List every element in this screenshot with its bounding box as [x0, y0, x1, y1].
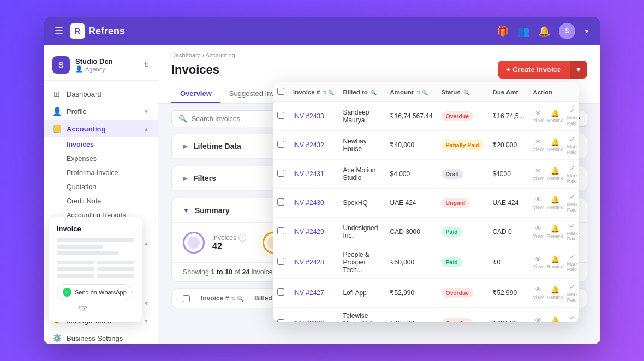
row-actions-4: 👁View 🔔Remind ✓Mark Paid ··· — [528, 218, 579, 246]
row-checkbox-3[interactable] — [277, 198, 284, 206]
view-btn-1[interactable]: 👁View — [533, 138, 543, 152]
row-due-5: ₹0 — [488, 246, 528, 279]
sidebar-label-dashboard: Dashboard — [67, 90, 149, 98]
summary-title: Summary — [195, 206, 230, 215]
subnav-invoices[interactable]: Invoices — [67, 137, 158, 152]
mark-paid-btn-5[interactable]: ✓Mark Paid — [567, 252, 578, 272]
account-chevron-icon[interactable]: ▼ — [584, 28, 589, 34]
subnav-proforma[interactable]: Proforma Invoice — [67, 166, 158, 180]
mark-paid-btn-3[interactable]: ✓Mark Paid — [567, 193, 578, 213]
mark-paid-btn-1[interactable]: ✓Mark Paid — [567, 135, 578, 155]
row-checkbox-1[interactable] — [277, 141, 284, 148]
row-billed-3: SpexHQ — [338, 189, 385, 218]
th-status[interactable]: Status 🔍 — [437, 82, 488, 102]
row-due-3: UAE 424 — [488, 189, 528, 218]
table-select-all[interactable] — [277, 88, 284, 95]
manage-team-chevron-icon: ▼ — [144, 318, 149, 324]
sidebar-label-profile: Profile — [67, 107, 138, 116]
remind-btn-0[interactable]: 🔔Remind — [547, 109, 564, 123]
th-amount[interactable]: Amount ⇅🔍 — [385, 82, 437, 102]
sidebar-item-business-settings[interactable]: ⚙️ Business Settings — [44, 329, 158, 344]
send-whatsapp-button[interactable]: ✓ Send on WhatsApp — [57, 284, 133, 300]
row-due-6: ₹52,990 — [488, 279, 528, 308]
filters-arrow-icon: ▶ — [183, 175, 188, 182]
row-checkbox-7[interactable] — [277, 319, 284, 322]
remind-btn-6[interactable]: 🔔Remind — [547, 286, 564, 300]
view-btn-5[interactable]: 👁View — [533, 255, 543, 269]
row-status-1: Patially Paid — [437, 131, 488, 160]
row-actions-6: 👁View 🔔Remind ✓Mark Paid ··· — [528, 279, 579, 308]
workspace-switcher[interactable]: S Studio Den 👤 Agency ⇅ — [44, 52, 158, 81]
view-btn-6[interactable]: 👁View — [533, 286, 543, 300]
cursor-icon: ☞ — [79, 303, 134, 315]
row-status-5: Paid — [437, 246, 488, 279]
lifetime-arrow-icon: ▶ — [183, 142, 188, 150]
remind-btn-7[interactable]: 🔔Remind — [547, 316, 564, 322]
row-inv-6: INV #2427 — [289, 279, 338, 308]
breadcrumb-current: Accounting — [205, 52, 235, 58]
view-btn-4[interactable]: 👁View — [533, 225, 543, 239]
th-invoice[interactable]: Invoice # ⇅🔍 — [289, 82, 338, 102]
row-checkbox-4[interactable] — [277, 227, 284, 234]
th-billed[interactable]: Billed to 🔍 — [338, 82, 385, 102]
table-scroll[interactable]: Invoice # ⇅🔍 Billed to 🔍 Amount ⇅🔍 Statu… — [273, 82, 579, 322]
breadcrumb-dashboard[interactable]: Dashboard — [171, 52, 201, 58]
workspace-expand-icon: ⇅ — [144, 61, 149, 69]
mark-paid-btn-0[interactable]: ✓Mark Paid — [567, 106, 578, 126]
remind-btn-4[interactable]: 🔔Remind — [547, 225, 564, 239]
view-btn-2[interactable]: 👁View — [533, 167, 543, 181]
summary-invoices: Invoices i 42 — [183, 232, 246, 254]
row-inv-0: INV #2433 — [289, 102, 338, 131]
row-checkbox-5[interactable] — [277, 258, 284, 265]
mark-paid-btn-4[interactable]: ✓Mark Paid — [567, 222, 578, 242]
row-inv-3: INV #2430 — [289, 189, 338, 218]
dashboard-icon: ⊞ — [52, 89, 61, 98]
workspace-type: 👤 Agency — [75, 65, 138, 73]
menu-icon[interactable]: ☰ — [55, 25, 63, 37]
select-all-checkbox[interactable] — [183, 295, 190, 302]
remind-btn-2[interactable]: 🔔Remind — [547, 167, 564, 181]
remind-btn-5[interactable]: 🔔Remind — [547, 255, 564, 269]
tab-overview[interactable]: Overview — [171, 85, 220, 103]
row-checkbox-cell — [273, 279, 289, 308]
sidebar-item-dashboard[interactable]: ⊞ Dashboard — [44, 85, 158, 103]
workspace-info: Studio Den 👤 Agency — [75, 57, 138, 73]
mark-paid-btn-6[interactable]: ✓Mark Paid — [567, 283, 578, 303]
top-bar-icons: 🎁 👥 🔔 S ▼ — [497, 23, 589, 39]
sidebar-item-profile[interactable]: 👤 Profile ▼ — [44, 103, 158, 120]
subnav-expenses[interactable]: Expenses — [67, 152, 158, 166]
search-input[interactable] — [192, 115, 284, 123]
avatar[interactable]: S — [559, 23, 575, 39]
view-btn-0[interactable]: 👁View — [533, 109, 543, 123]
row-billed-1: Newbay House — [338, 131, 385, 160]
row-actions-0: 👁View 🔔Remind ✓Mark Paid ··· — [528, 102, 579, 131]
mark-paid-btn-2[interactable]: ✓Mark Paid — [567, 164, 578, 184]
row-actions-7: 👁View 🔔Remind ✓Mark Paid ··· — [528, 308, 579, 323]
view-btn-3[interactable]: 👁View — [533, 196, 543, 210]
clients-chevron-icon: ▼ — [144, 300, 149, 306]
subnav-quotation[interactable]: Quotation — [67, 180, 158, 194]
group-icon[interactable]: 👥 — [517, 25, 529, 37]
table-row: INV #2433 Sandeep Maurya ₹16,74,567.44 O… — [273, 102, 579, 131]
gift-icon[interactable]: 🎁 — [497, 25, 509, 37]
row-actions-5: 👁View 🔔Remind ✓Mark Paid ··· — [528, 246, 579, 279]
row-checkbox-2[interactable] — [277, 170, 284, 177]
bell-icon[interactable]: 🔔 — [538, 25, 550, 37]
row-due-2: $4000 — [488, 160, 528, 189]
row-billed-2: Ace Motion Studio — [338, 160, 385, 189]
table-row: INV #2426 Telewise Media Pvt Ltd ₹40,500… — [273, 308, 579, 323]
invoice-line-2 — [57, 245, 103, 249]
col-invoice: Invoice # ⇅ 🔍 — [201, 294, 243, 302]
table-row: INV #2430 SpexHQ UAE 424 Unpaid UAE 424 … — [273, 189, 579, 218]
sidebar-item-accounting[interactable]: 📒 Accounting ▲ — [44, 120, 158, 137]
remind-btn-3[interactable]: 🔔Remind — [547, 196, 564, 210]
create-invoice-dropdown[interactable]: ▼ — [570, 61, 587, 79]
row-checkbox-0[interactable] — [277, 112, 284, 119]
workspace-name: Studio Den — [75, 57, 138, 65]
row-amount-3: UAE 424 — [385, 189, 437, 218]
create-invoice-button[interactable]: + Create Invoice — [498, 61, 570, 79]
remind-btn-1[interactable]: 🔔Remind — [547, 138, 564, 152]
subnav-credit-note[interactable]: Credit Note — [67, 194, 158, 208]
view-btn-7[interactable]: 👁View — [533, 316, 543, 322]
row-checkbox-6[interactable] — [277, 288, 284, 296]
